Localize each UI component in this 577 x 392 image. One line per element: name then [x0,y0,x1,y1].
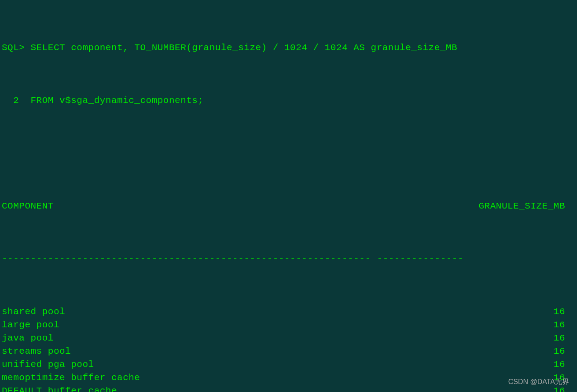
table-row: shared pool16 [2,305,575,319]
cell-granule-size-mb: 16 [466,319,565,332]
sql-query-line-1: SQL> SELECT component, TO_NUMBER(granule… [2,41,575,55]
sql-text-line-2: FROM v$sga_dynamic_components; [31,95,204,106]
sql-prompt: SQL> [2,43,31,53]
blank-line [2,147,575,160]
cell-component: streams pool [2,345,466,358]
table-row: memoptimize buffer cache16 [2,371,575,385]
table-row: large pool16 [2,319,575,332]
separator-component: ----------------------------------------… [2,253,371,266]
separator-row: ----------------------------------------… [2,253,575,266]
watermark: CSDN @DATA无界 [508,375,569,388]
cell-component: shared pool [2,305,466,319]
cell-granule-size-mb: 16 [466,332,565,345]
separator-size: --------------- [377,253,464,266]
table-row: streams pool16 [2,345,575,358]
cell-component: unified pga pool [2,358,466,371]
cell-component: memoptimize buffer cache [2,371,466,385]
column-headers: COMPONENT GRANULE_SIZE_MB [2,200,575,213]
cell-granule-size-mb: 16 [466,305,565,319]
terminal-output[interactable]: SQL> SELECT component, TO_NUMBER(granule… [2,2,575,392]
sql-query-line-2: 2 FROM v$sga_dynamic_components; [2,94,575,107]
table-row: unified pga pool16 [2,358,575,371]
cell-component: DEFAULT buffer cache [2,385,466,392]
sql-line-number: 2 [2,95,31,106]
sql-text-line-1: SELECT component, TO_NUMBER(granule_size… [31,43,458,53]
cell-component: java pool [2,332,466,345]
results-table: shared pool16large pool16java pool16stre… [2,305,575,392]
table-row: DEFAULT buffer cache16 [2,385,575,392]
header-granule-size-mb: GRANULE_SIZE_MB [459,200,565,213]
table-row: java pool16 [2,332,575,345]
cell-component: large pool [2,319,466,332]
cell-granule-size-mb: 16 [466,345,565,358]
header-component: COMPONENT [2,200,459,213]
cell-granule-size-mb: 16 [466,358,565,371]
